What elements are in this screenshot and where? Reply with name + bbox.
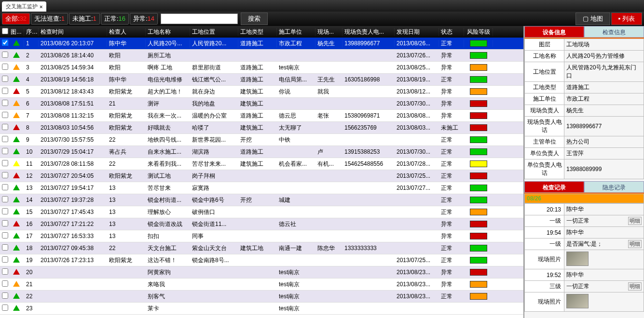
risk-badge (470, 136, 487, 143)
row-checkbox[interactable] (2, 292, 8, 299)
table-row[interactable]: 152013/07/27 17:45:4313理解放心破例借口正常 (0, 206, 523, 218)
info-label: 单位负责人 (525, 148, 564, 159)
table-row[interactable]: 72013/08/08 11:32:15欧阳紫龙我在来一次...温暖的办公室道路… (0, 110, 523, 122)
table-row[interactable]: 22别客气test南京2013/08/23...正常 (0, 291, 523, 303)
filter-abnormal[interactable]: 异常:14 (130, 13, 158, 25)
table-row[interactable]: 192013/07/26 17:23:13欧阳紫龙这边不错！锁金南路8号...2… (0, 254, 523, 266)
row-checkbox[interactable] (2, 305, 8, 311)
row-checkbox[interactable] (2, 112, 8, 118)
table-row[interactable]: 20阿黄家驹test南京2013/08/23...异常 (0, 266, 523, 278)
row-checkbox[interactable] (2, 220, 8, 226)
detail-button[interactable]: 明细 (628, 217, 642, 225)
warning-icon (13, 305, 20, 311)
tab-hazard-records[interactable]: 隐患记录 (584, 181, 644, 193)
info-label: 现场负责人 (525, 105, 564, 117)
filter-nostart[interactable]: 未施工:1 (69, 13, 100, 25)
filter-all[interactable]: 全部:32 (2, 13, 30, 25)
tab-label: 交叉施工监护 (6, 3, 38, 10)
grid-header: 图... 序... 检查时间 检查人 工地名称 工地位置 工地类型 施工单位 现… (0, 26, 523, 38)
warning-icon (13, 197, 20, 202)
warning-icon (13, 64, 20, 70)
row-checkbox[interactable] (2, 256, 8, 263)
row-checkbox[interactable] (2, 100, 8, 106)
row-checkbox[interactable] (2, 76, 8, 82)
toggle-map[interactable]: ▢ 地图 (575, 13, 610, 25)
row-checkbox[interactable] (2, 160, 8, 166)
risk-badge (470, 257, 487, 264)
detail-button[interactable]: 明细 (628, 240, 642, 248)
table-row[interactable]: 12013/08/26 20:13:07陈中华人民路20号...人民管路20..… (0, 38, 523, 50)
row-checkbox[interactable] (2, 280, 8, 287)
photo-thumbnail[interactable] (566, 294, 589, 308)
table-row[interactable]: 62013/08/08 17:51:5121测评我的地盘建筑施工2013/07/… (0, 98, 523, 110)
row-checkbox[interactable] (2, 196, 8, 202)
table-row[interactable]: 122013/07/27 20:54:05欧阳紫龙测试工地岗子拜桐2013/07… (0, 170, 523, 182)
tab-device-info[interactable]: 设备信息 (524, 26, 584, 38)
info-value: 道路施工 (564, 82, 644, 93)
info-value: 热力公司 (564, 136, 644, 148)
search-button[interactable]: 搜索 (241, 13, 268, 25)
tab-main[interactable]: 交叉施工监护 × (2, 1, 46, 12)
row-checkbox[interactable] (2, 172, 8, 178)
warning-icon (13, 172, 20, 178)
table-row[interactable]: 32013/08/25 14:59:34欧阳啊疼 工地群里那街道道路施工test… (0, 62, 523, 74)
table-row[interactable]: 172013/07/27 16:53:3313扣扣同事异常 (0, 230, 523, 242)
warning-icon (13, 40, 20, 46)
filter-nopatrol[interactable]: 无法巡查:1 (31, 13, 68, 25)
row-checkbox[interactable] (2, 268, 8, 275)
table-row[interactable]: 22013/08/26 18:14:40欧阳厕所工地2013/07/26...异… (0, 50, 523, 62)
row-checkbox[interactable] (2, 232, 8, 238)
table-row[interactable]: 92013/07/30 15:57:5522地铁四号线...新世界花园...开挖… (0, 134, 523, 146)
table-row[interactable]: 23莱卡test南京 (0, 303, 523, 315)
risk-badge (470, 197, 487, 203)
warning-icon (13, 160, 20, 166)
toggle-list[interactable]: ▪ 列表 (611, 13, 642, 25)
risk-badge (470, 40, 487, 47)
table-row[interactable]: 112013/07/28 08:11:5822来看看到我...苦尽甘来来...建… (0, 158, 523, 170)
table-row[interactable]: 182013/07/27 09:45:3822天文台施工紫金山天文台建筑工地南通… (0, 242, 523, 254)
risk-badge (470, 172, 487, 179)
row-checkbox[interactable] (2, 208, 8, 214)
info-value: 13988089999 (564, 159, 644, 179)
risk-badge (470, 281, 487, 288)
row-checkbox[interactable] (2, 136, 8, 142)
risk-badge (470, 124, 487, 131)
info-label: 主管单位 (525, 136, 564, 148)
tab-check-info[interactable]: 检查信息 (584, 26, 644, 38)
warning-icon (13, 245, 20, 251)
select-all-checkbox[interactable] (2, 28, 8, 34)
info-value: 人民路20号热力管维修 (564, 51, 644, 62)
row-checkbox[interactable] (2, 184, 8, 190)
table-row[interactable]: 142013/07/27 19:37:2813锁金村街道...锁金中路6号开挖城… (0, 194, 523, 206)
table-row[interactable]: 52013/08/12 18:43:43欧阳紫龙超大的工地！就在身边建筑施工你说… (0, 86, 523, 98)
row-checkbox[interactable] (2, 40, 8, 46)
table-row[interactable]: 102013/07/29 15:04:17蒋占兵自来水施工...湖滨路道路施工卢… (0, 146, 523, 158)
info-value: 工地现场 (564, 39, 644, 51)
detail-button[interactable]: 明细 (628, 282, 642, 291)
warning-icon (13, 88, 20, 94)
row-checkbox[interactable] (2, 52, 8, 58)
info-label: 施工单位 (525, 93, 564, 105)
row-checkbox[interactable] (2, 88, 8, 94)
row-checkbox[interactable] (2, 244, 8, 251)
table-row[interactable]: 132013/07/27 19:54:1713苦尽甘来寂寞路2013/07/27… (0, 182, 523, 194)
warning-icon (13, 293, 20, 299)
tab-check-records[interactable]: 检查记录 (524, 181, 584, 193)
row-checkbox[interactable] (2, 148, 8, 154)
table-row[interactable]: 162013/07/27 17:21:2213锁金街道改战锁金街道11...德云… (0, 218, 523, 230)
risk-badge (470, 209, 487, 215)
info-value: 杨先生 (564, 105, 644, 117)
photo-thumbnail[interactable] (566, 252, 589, 266)
table-row[interactable]: 21来咯我test南京2013/08/23...异常 (0, 278, 523, 291)
risk-badge (470, 100, 487, 107)
table-row[interactable]: 82013/08/03 10:54:56欧阳紫龙好哦就去哈喽了建筑施工太无聊了1… (0, 122, 523, 134)
table-row[interactable]: 42013/08/19 14:56:18陈中华电信光电维修钱江燃气公...道路施… (0, 74, 523, 86)
close-icon[interactable]: × (40, 4, 42, 10)
warning-icon (13, 257, 20, 263)
row-checkbox[interactable] (2, 64, 8, 70)
search-input[interactable] (161, 13, 238, 24)
row-checkbox[interactable] (2, 124, 8, 130)
filter-normal[interactable]: 正常:16 (101, 13, 129, 25)
record-date: 08/26 (524, 194, 644, 203)
window-tabs: 交叉施工监护 × (0, 0, 644, 12)
